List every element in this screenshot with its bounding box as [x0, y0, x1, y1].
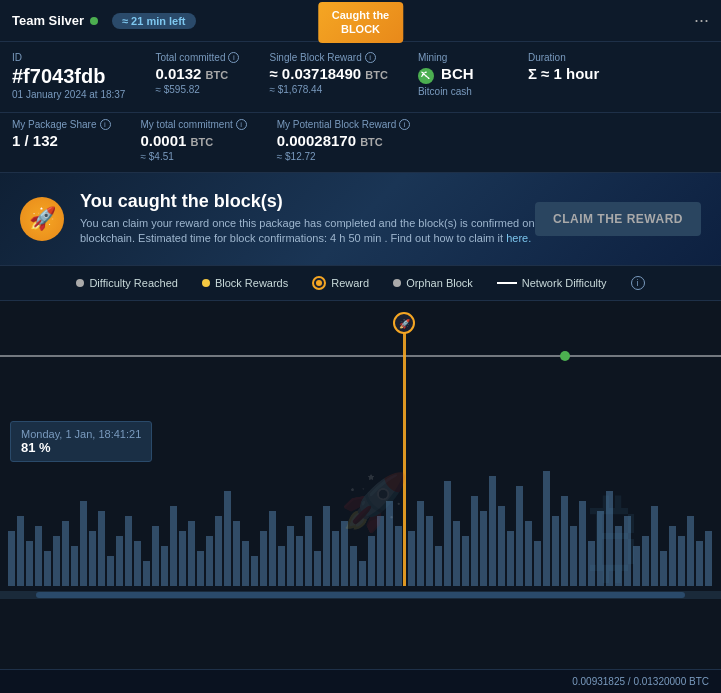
my-total-label: My total commitment i	[141, 119, 247, 130]
svg-rect-17	[125, 516, 132, 586]
chart-scrollbar[interactable]	[0, 591, 721, 599]
legend-difficulty-dot	[76, 279, 84, 287]
chart-area: 🚀 ₿ 🚀 Monday, 1 Jan, 18:41:21 81 %	[0, 301, 721, 591]
my-package-info-icon[interactable]: i	[100, 119, 111, 130]
single-block-reward-value: ≈ 0.03718490 BTC	[269, 65, 387, 82]
svg-rect-37	[305, 516, 312, 586]
rocket-icon: 🚀	[20, 197, 64, 241]
legend-network-line	[497, 282, 517, 284]
svg-rect-48	[403, 321, 406, 586]
my-total-sub: ≈ $4.51	[141, 151, 247, 162]
id-date: 01 January 2024 at 18:37	[12, 89, 125, 100]
svg-text:🚀: 🚀	[340, 470, 409, 535]
svg-rect-67	[570, 526, 577, 586]
my-potential-info-icon[interactable]: i	[399, 119, 410, 130]
my-potential-sub: ≈ $12.72	[277, 151, 411, 162]
svg-rect-25	[197, 551, 204, 586]
svg-rect-65	[552, 516, 559, 586]
svg-rect-26	[206, 536, 213, 586]
time-left-badge: ≈ 21 min left	[112, 13, 196, 29]
my-package-label: My Package Share i	[12, 119, 111, 130]
legend-block-rewards-dot	[202, 279, 210, 287]
svg-rect-24	[188, 521, 195, 586]
claim-reward-button[interactable]: CLAIM THE REWARD	[535, 202, 701, 236]
legend-reward-label: Reward	[331, 277, 369, 289]
svg-rect-7	[35, 526, 42, 586]
svg-rect-10	[62, 521, 69, 586]
svg-rect-47	[395, 526, 402, 586]
svg-rect-21	[161, 546, 168, 586]
legend-difficulty-label: Difficulty Reached	[89, 277, 177, 289]
banner-title: You caught the block(s)	[80, 191, 600, 212]
single-block-reward-col: Single Block Reward i ≈ 0.03718490 BTC ≈…	[269, 52, 387, 100]
svg-rect-39	[323, 506, 330, 586]
svg-rect-9	[53, 536, 60, 586]
svg-rect-33	[269, 511, 276, 586]
my-potential-label: My Potential Block Reward i	[277, 119, 411, 130]
svg-rect-54	[453, 521, 460, 586]
caught-block-label1: Caught the	[332, 9, 389, 21]
id-value: #f7043fdb	[12, 65, 125, 87]
total-committed-info-icon[interactable]: i	[228, 52, 239, 63]
legend-orphan-block: Orphan Block	[393, 277, 473, 289]
legend-network-label: Network Difficulty	[522, 277, 607, 289]
caught-block-button[interactable]: Caught the BLOCK	[318, 2, 403, 43]
scrollbar-thumb[interactable]	[36, 592, 685, 598]
svg-rect-44	[368, 536, 375, 586]
mining-value: ⛏ BCH	[418, 65, 498, 84]
svg-text:🚀: 🚀	[399, 318, 411, 330]
my-total-value: 0.0001 BTC	[141, 132, 247, 149]
online-indicator	[90, 17, 98, 25]
svg-rect-62	[525, 521, 532, 586]
svg-rect-13	[89, 531, 96, 586]
svg-rect-11	[71, 546, 78, 586]
single-block-reward-sub: ≈ $1,678.44	[269, 84, 387, 95]
here-link[interactable]: here.	[506, 232, 531, 244]
svg-rect-66	[561, 496, 568, 586]
svg-rect-61	[516, 486, 523, 586]
svg-rect-19	[143, 561, 150, 586]
total-committed-sub: ≈ $595.82	[155, 84, 239, 95]
id-col: ID #f7043fdb 01 January 2024 at 18:37	[12, 52, 125, 100]
svg-rect-63	[534, 541, 541, 586]
my-total-info-icon[interactable]: i	[236, 119, 247, 130]
tooltip-date: Monday, 1 Jan, 18:41:21	[21, 428, 141, 440]
legend-block-rewards: Block Rewards	[202, 277, 288, 289]
legend-info-icon[interactable]: i	[631, 276, 645, 290]
svg-rect-59	[498, 506, 505, 586]
svg-rect-56	[471, 496, 478, 586]
header: Team Silver ≈ 21 min left Caught the BLO…	[0, 0, 721, 42]
svg-rect-80	[687, 516, 694, 586]
mining-sub: Bitcoin cash	[418, 86, 498, 97]
svg-rect-36	[296, 536, 303, 586]
tooltip-value: 81 %	[21, 440, 141, 455]
progress-info: 0.00931825 / 0.01320000 BTC	[572, 676, 709, 687]
svg-rect-50	[417, 501, 424, 586]
more-options-button[interactable]: ···	[694, 10, 709, 31]
svg-rect-79	[678, 536, 685, 586]
svg-rect-34	[278, 546, 285, 586]
svg-rect-27	[215, 516, 222, 586]
single-block-info-icon[interactable]: i	[365, 52, 376, 63]
svg-rect-14	[98, 511, 105, 586]
svg-rect-15	[107, 556, 114, 586]
caught-block-label2: BLOCK	[341, 23, 380, 35]
duration-col: Duration Σ ≈ 1 hour	[528, 52, 608, 100]
legend-difficulty-reached: Difficulty Reached	[76, 277, 177, 289]
svg-rect-22	[170, 506, 177, 586]
legend-orphan-dot	[393, 279, 401, 287]
legend-reward-icon	[312, 276, 326, 290]
svg-text:₿: ₿	[590, 480, 640, 591]
chart-legend: Difficulty Reached Block Rewards Reward …	[0, 266, 721, 301]
total-committed-col: Total committed i 0.0132 BTC ≈ $595.82	[155, 52, 239, 100]
svg-rect-42	[350, 546, 357, 586]
svg-rect-20	[152, 526, 159, 586]
id-label: ID	[12, 52, 125, 63]
svg-rect-29	[233, 521, 240, 586]
banner-text: You caught the block(s) You can claim yo…	[80, 191, 600, 247]
svg-rect-82	[705, 531, 712, 586]
svg-rect-8	[44, 551, 51, 586]
svg-rect-12	[80, 501, 87, 586]
svg-point-3	[560, 351, 570, 361]
banner-desc-text: You can claim your reward once this pack…	[80, 217, 553, 244]
